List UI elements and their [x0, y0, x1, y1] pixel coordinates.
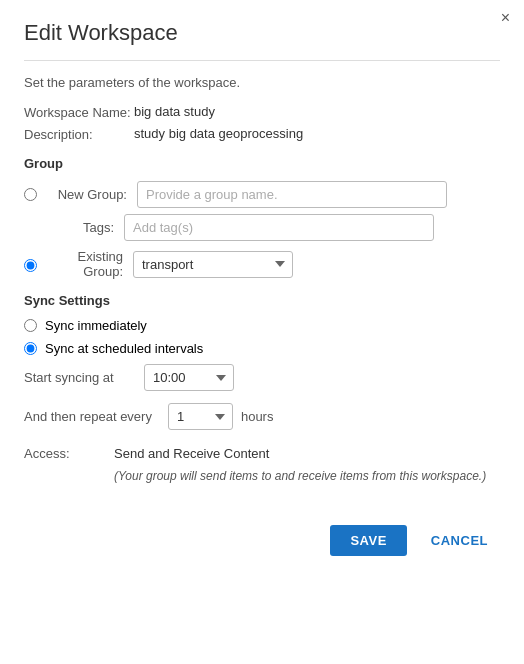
start-syncing-row: Start syncing at 09:00 10:00 11:00 12:00 [24, 364, 500, 391]
sync-immediately-label[interactable]: Sync immediately [45, 318, 147, 333]
start-syncing-label: Start syncing at [24, 370, 144, 385]
description-value: study big data geoprocessing [134, 126, 303, 142]
tags-input[interactable] [124, 214, 434, 241]
workspace-name-label: Workspace Name: [24, 104, 134, 120]
sync-scheduled-label[interactable]: Sync at scheduled intervals [45, 341, 203, 356]
edit-workspace-dialog: × Edit Workspace Set the parameters of t… [0, 0, 524, 664]
title-divider [24, 60, 500, 61]
description-label: Description: [24, 126, 134, 142]
sync-section-title: Sync Settings [24, 293, 500, 308]
hours-label: hours [241, 409, 274, 424]
tags-label: Tags: [24, 220, 124, 235]
access-note: (Your group will send items to and recei… [114, 467, 500, 485]
save-button[interactable]: SAVE [330, 525, 406, 556]
workspace-name-value: big data study [134, 104, 215, 120]
existing-group-label-wrap: Existing Group: [43, 249, 133, 279]
tags-row: Tags: [24, 214, 500, 241]
repeat-label: And then repeat every [24, 409, 152, 424]
new-group-row: New Group: [24, 181, 500, 208]
description-row: Description: study big data geoprocessin… [24, 126, 500, 142]
dialog-subtitle: Set the parameters of the workspace. [24, 75, 500, 90]
start-time-select[interactable]: 09:00 10:00 11:00 12:00 [144, 364, 234, 391]
sync-immediately-row: Sync immediately [24, 318, 500, 333]
sync-scheduled-row: Sync at scheduled intervals [24, 341, 500, 356]
workspace-name-row: Workspace Name: big data study [24, 104, 500, 120]
access-section: Access: Send and Receive Content (Your g… [24, 446, 500, 485]
new-group-label[interactable]: New Group: [37, 187, 137, 202]
existing-group-radio[interactable] [24, 259, 37, 272]
cancel-button[interactable]: CANCEL [419, 525, 500, 556]
repeat-select[interactable]: 1 2 3 4 6 8 12 24 [168, 403, 233, 430]
existing-group-select[interactable]: transport science logistics [133, 251, 293, 278]
access-row: Access: Send and Receive Content [24, 446, 500, 461]
new-group-input[interactable] [137, 181, 447, 208]
new-group-radio[interactable] [24, 188, 37, 201]
access-value: Send and Receive Content [114, 446, 269, 461]
sync-immediately-radio[interactable] [24, 319, 37, 332]
existing-group-label: Existing [43, 249, 123, 264]
access-label: Access: [24, 446, 114, 461]
repeat-row: And then repeat every 1 2 3 4 6 8 12 24 … [24, 403, 500, 430]
dialog-footer: SAVE CANCEL [24, 513, 500, 556]
existing-group-label2: Group: [43, 264, 123, 279]
existing-group-row: Existing Group: transport science logist… [24, 249, 500, 279]
group-section-title: Group [24, 156, 500, 171]
close-button[interactable]: × [501, 10, 510, 26]
dialog-title: Edit Workspace [24, 20, 500, 46]
sync-scheduled-radio[interactable] [24, 342, 37, 355]
sync-section: Sync Settings Sync immediately Sync at s… [24, 293, 500, 430]
